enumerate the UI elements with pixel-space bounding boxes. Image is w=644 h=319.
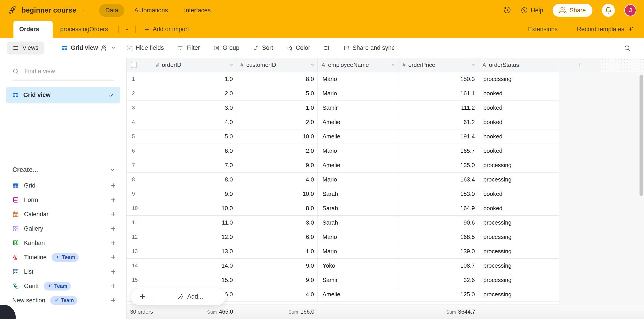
cell-orderid[interactable]: 15.0 <box>152 273 236 287</box>
workspace-brand[interactable]: beginner course <box>8 6 86 15</box>
extensions-button[interactable]: Extensions <box>528 26 558 33</box>
cell-customerid[interactable]: 6.0 <box>236 230 318 244</box>
cell-orderid[interactable]: 5.0 <box>152 129 236 144</box>
add-view-button[interactable]: + <box>111 225 116 233</box>
sidebar-item-kanban[interactable]: Kanban+ <box>0 236 126 250</box>
column-header-orderprice[interactable]: #orderPrice <box>398 58 478 72</box>
topbar-tab-data[interactable]: Data <box>99 4 124 17</box>
cell-orderprice[interactable]: 163.4 <box>398 173 478 187</box>
table-tab-orders[interactable]: Orders <box>14 21 53 38</box>
add-view-button[interactable]: + <box>111 181 116 190</box>
cell-customerid[interactable]: 4.0 <box>236 173 318 187</box>
current-view-button[interactable]: Grid view <box>58 45 119 51</box>
chevron-down-icon[interactable] <box>552 63 556 67</box>
cell-orderid[interactable]: 2.0 <box>152 86 236 101</box>
hide-fields-button[interactable]: Hide fields <box>124 45 166 51</box>
cell-orderstatus[interactable]: processing <box>478 287 559 301</box>
group-button[interactable]: Group <box>211 45 242 51</box>
add-view-button[interactable]: + <box>111 196 116 204</box>
cell-orderprice[interactable]: 191.4 <box>398 129 478 144</box>
find-view-input[interactable] <box>24 68 114 75</box>
help-button[interactable]: Help <box>521 7 543 14</box>
cell-customerid[interactable]: 9.0 <box>236 259 318 273</box>
cell-orderid[interactable]: 11.0 <box>152 216 236 230</box>
summary-cell[interactable]: Sum166.0 <box>236 304 318 319</box>
chevron-down-icon[interactable] <box>229 63 234 67</box>
cell-orderid[interactable]: 3.0 <box>152 101 236 115</box>
history-icon[interactable] <box>503 6 511 14</box>
cell-orderstatus[interactable]: booked <box>478 115 559 129</box>
cell-orderid[interactable]: 9.0 <box>152 187 236 201</box>
cell-orderstatus[interactable]: booked <box>478 187 559 201</box>
avatar[interactable]: J <box>624 4 636 16</box>
cell-customerid[interactable]: 10.0 <box>236 129 318 144</box>
cell-employeename[interactable]: Mario <box>318 72 398 86</box>
share-and-sync-button[interactable]: Share and sync <box>340 45 397 51</box>
chevron-down-icon[interactable] <box>391 63 396 67</box>
cell-orderstatus[interactable]: processing <box>478 216 559 230</box>
sidebar-item-new-section[interactable]: New sectionTeam+ <box>0 293 126 307</box>
cell-customerid[interactable]: 1.0 <box>236 244 318 258</box>
add-view-button[interactable]: + <box>111 268 116 276</box>
add-view-button[interactable]: + <box>111 253 116 261</box>
sum-customerid[interactable]: Sum166.0 <box>288 308 318 315</box>
cell-employeename[interactable]: Amelie <box>318 129 398 144</box>
cell-orderid[interactable]: 6.0 <box>152 144 236 158</box>
cell-customerid[interactable]: 8.0 <box>236 201 318 215</box>
cell-orderstatus[interactable]: processing <box>478 259 559 273</box>
topbar-tab-automations[interactable]: Automations <box>128 4 174 17</box>
add-view-button[interactable]: + <box>111 296 116 304</box>
chevron-down-icon[interactable] <box>81 8 86 13</box>
cell-orderprice[interactable]: 90.6 <box>398 216 478 230</box>
summary-cell[interactable] <box>478 304 559 319</box>
cell-orderprice[interactable]: 165.7 <box>398 144 478 158</box>
tables-dropdown-chevron-icon[interactable] <box>122 27 133 32</box>
cell-customerid[interactable]: 5.0 <box>236 86 318 101</box>
cell-orderid[interactable]: 12.0 <box>152 230 236 244</box>
cell-orderprice[interactable]: 161.1 <box>398 86 478 101</box>
cell-employeename[interactable]: Mario <box>318 173 398 187</box>
cell-customerid[interactable]: 10.0 <box>236 187 318 201</box>
cell-orderid[interactable]: 14.0 <box>152 259 236 273</box>
cell-customerid[interactable]: 8.0 <box>236 72 318 86</box>
sidebar-item-timeline[interactable]: TimelineTeam+ <box>0 250 126 264</box>
cell-employeename[interactable]: Amelie <box>318 115 398 129</box>
views-button[interactable]: Views <box>7 42 44 55</box>
summary-cell[interactable]: Sum3644.7 <box>398 304 478 319</box>
cell-orderstatus[interactable]: booked <box>478 101 559 115</box>
sidebar-item-grid-view[interactable]: Grid view <box>6 87 120 103</box>
sidebar-item-gantt[interactable]: GanttTeam+ <box>0 279 126 293</box>
notifications-button[interactable] <box>602 4 615 17</box>
add-view-button[interactable]: + <box>111 239 116 247</box>
add-or-import-button[interactable]: + Add or import <box>138 26 196 33</box>
cell-employeename[interactable]: Sarah <box>318 216 398 230</box>
cell-orderprice[interactable]: 168.5 <box>398 230 478 244</box>
vertical-scrollbar-thumb[interactable] <box>640 75 643 196</box>
row-height-button[interactable] <box>321 45 332 51</box>
sidebar-item-form[interactable]: Form+ <box>0 193 126 207</box>
topbar-tab-interfaces[interactable]: Interfaces <box>178 4 217 17</box>
cell-employeename[interactable]: Mario <box>318 144 398 158</box>
cell-orderprice[interactable]: 32.6 <box>398 273 478 287</box>
add-view-button[interactable]: + <box>111 282 116 290</box>
sidebar-item-gallery[interactable]: Gallery+ <box>0 221 126 236</box>
cell-orderstatus[interactable]: processing <box>478 273 559 287</box>
cell-employeename[interactable]: Mario <box>318 86 398 101</box>
cell-employeename[interactable]: Mario <box>318 230 398 244</box>
filter-button[interactable]: Filter <box>174 45 202 51</box>
sidebar-item-list[interactable]: List+ <box>0 264 126 279</box>
share-button[interactable]: Share <box>552 4 592 17</box>
cell-orderprice[interactable]: 125.0 <box>398 287 478 301</box>
color-button[interactable]: Color <box>284 45 313 51</box>
cell-orderprice[interactable]: 61.2 <box>398 115 478 129</box>
chevron-down-icon[interactable] <box>310 63 314 67</box>
cell-orderstatus[interactable]: booked <box>478 86 559 101</box>
cell-orderstatus[interactable]: booked <box>478 144 559 158</box>
cell-employeename[interactable]: Samir <box>318 101 398 115</box>
add-record-plus-button[interactable]: + <box>131 288 154 305</box>
record-templates-button[interactable]: Record templates <box>577 26 634 33</box>
column-header-orderid[interactable]: #orderID <box>152 58 236 72</box>
cell-orderstatus[interactable]: booked <box>478 129 559 144</box>
cell-orderstatus[interactable]: processing <box>478 230 559 244</box>
chevron-down-icon[interactable] <box>471 63 476 67</box>
